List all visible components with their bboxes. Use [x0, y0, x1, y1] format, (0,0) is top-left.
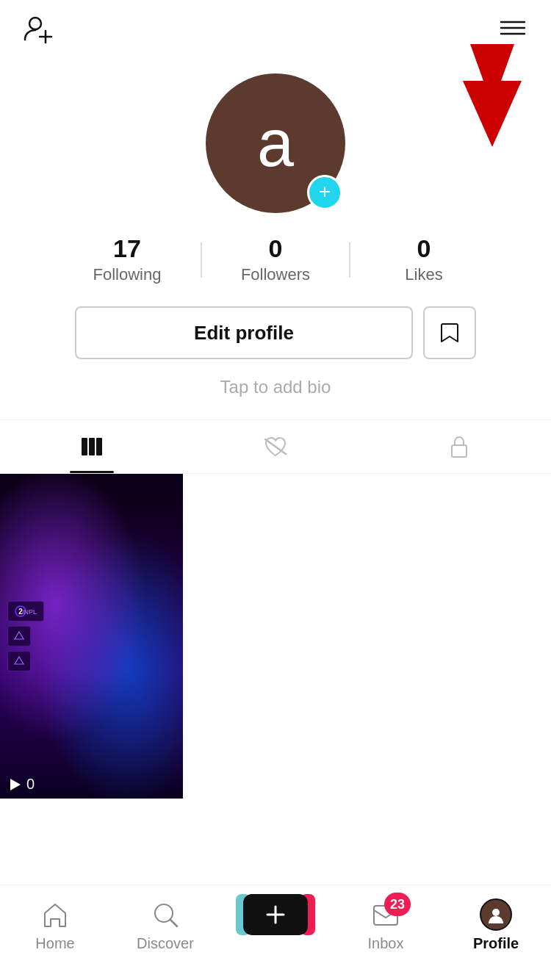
play-count: 0	[7, 776, 35, 793]
likes-stat[interactable]: 0 Likes	[350, 235, 497, 284]
profile-nav-icon	[480, 898, 512, 931]
add-user-button[interactable]	[22, 12, 54, 47]
inbox-label: Inbox	[368, 935, 404, 952]
keyboard-logo-key: 2 INPL	[7, 601, 44, 621]
nav-home[interactable]: Home	[18, 898, 92, 952]
header	[0, 0, 551, 59]
private-tab-icon	[446, 433, 472, 460]
following-count: 17	[113, 235, 141, 262]
videos-tab-icon	[79, 433, 105, 460]
add-photo-button[interactable]: +	[307, 175, 342, 210]
svg-point-23	[492, 909, 500, 916]
followers-stat[interactable]: 0 Followers	[202, 235, 349, 284]
svg-rect-11	[452, 445, 467, 457]
play-icon	[7, 777, 22, 792]
profile-section: a + 17 Following 0 Followers 0 Likes Edi…	[0, 59, 551, 419]
svg-point-1	[29, 18, 41, 29]
following-label: Following	[93, 265, 162, 284]
liked-tab-icon	[262, 433, 289, 460]
bottom-nav: Home Discover 23	[0, 884, 551, 980]
discover-icon	[149, 898, 181, 931]
followers-count: 0	[269, 235, 283, 262]
svg-marker-16	[15, 657, 24, 664]
bookmark-icon	[438, 321, 461, 345]
svg-rect-8	[89, 438, 95, 455]
profile-label: Profile	[473, 935, 519, 952]
likes-label: Likes	[405, 265, 442, 284]
tab-private[interactable]	[367, 420, 551, 473]
svg-rect-7	[82, 438, 87, 455]
followers-label: Followers	[241, 265, 310, 284]
svg-marker-15	[15, 632, 24, 639]
tab-liked[interactable]	[184, 420, 367, 473]
edit-profile-button[interactable]: Edit profile	[75, 306, 413, 359]
video-thumbnail[interactable]: 2 INPL	[0, 474, 183, 799]
home-icon	[39, 898, 71, 931]
svg-rect-9	[96, 438, 102, 455]
tabs-row	[0, 420, 551, 474]
nav-inbox[interactable]: 23 Inbox	[349, 898, 422, 952]
likes-count: 0	[417, 235, 431, 262]
nav-create[interactable]	[239, 894, 312, 940]
svg-line-19	[170, 920, 177, 926]
action-buttons: Edit profile	[0, 306, 551, 359]
stats-row: 17 Following 0 Followers 0 Likes	[0, 235, 551, 284]
create-button[interactable]	[243, 894, 308, 935]
svg-text:INPL: INPL	[22, 608, 37, 616]
inbox-icon-wrapper: 23	[370, 898, 402, 931]
inbox-badge: 23	[384, 893, 411, 916]
following-stat[interactable]: 17 Following	[54, 235, 201, 284]
menu-button[interactable]	[497, 12, 529, 47]
avatar-letter: a	[257, 106, 294, 181]
bio-placeholder[interactable]: Tap to add bio	[220, 377, 331, 397]
discover-label: Discover	[137, 935, 194, 952]
nav-profile[interactable]: Profile	[459, 898, 533, 952]
svg-marker-17	[10, 779, 21, 790]
avatar-container: a +	[206, 73, 345, 213]
video-grid: 2 INPL	[0, 474, 551, 799]
bookmark-button[interactable]	[423, 306, 476, 359]
tab-videos[interactable]	[0, 420, 184, 473]
home-label: Home	[35, 935, 74, 952]
nav-discover[interactable]: Discover	[129, 898, 202, 952]
